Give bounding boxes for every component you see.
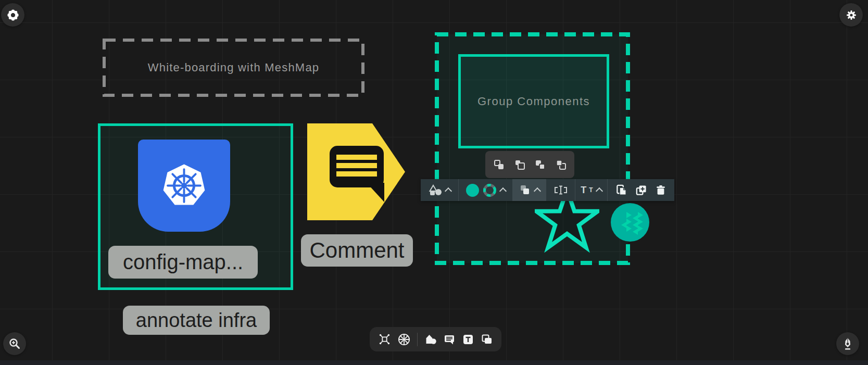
chevron-up-icon	[596, 187, 603, 195]
kubernetes-node[interactable]: config-map...	[98, 123, 293, 290]
bring-forward-button[interactable]	[492, 158, 506, 171]
selection-toolbar: T T	[421, 179, 674, 201]
pen-nib-icon	[841, 337, 854, 350]
comment-label[interactable]: Comment	[301, 234, 413, 267]
copy-icon	[615, 184, 627, 196]
text-style-button[interactable]: T T	[575, 179, 607, 201]
settings-button[interactable]	[839, 3, 863, 27]
kubernetes-shape	[138, 140, 230, 232]
text-style-icon: T	[581, 185, 586, 195]
duplicate-plus-icon	[635, 184, 647, 196]
text-icon	[462, 333, 474, 346]
node-label[interactable]: config-map...	[108, 246, 258, 279]
send-backward-button[interactable]	[533, 158, 547, 171]
shapes-filled-icon	[424, 333, 437, 346]
pen-mode-button[interactable]	[836, 332, 859, 355]
bring-to-front-button[interactable]	[513, 158, 526, 171]
whiteboard-note-shape[interactable]: White-boarding with MeshMap	[103, 39, 364, 97]
meshery-menu-button[interactable]	[1, 3, 24, 27]
comment-tool-button[interactable]	[443, 333, 456, 346]
send-to-back-button[interactable]	[554, 158, 568, 171]
whiteboard-note-text: White-boarding with MeshMap	[103, 39, 364, 97]
zoom-in-icon	[8, 337, 21, 350]
chevron-up-icon	[534, 187, 541, 195]
group-components-box[interactable]: Group Components	[458, 54, 609, 148]
shapes-icon	[429, 184, 442, 196]
mesh-components-button[interactable]	[378, 333, 391, 346]
action-buttons	[607, 179, 674, 201]
bring-forward-icon	[493, 159, 505, 170]
note-card-icon	[481, 333, 493, 346]
whiteboard-canvas[interactable]: White-boarding with MeshMap Group Compon…	[0, 0, 868, 365]
comment-shape[interactable]	[305, 121, 407, 222]
zoom-in-button[interactable]	[3, 332, 26, 355]
annotation-label[interactable]: annotate infra	[123, 306, 270, 335]
text-tool-button[interactable]	[462, 333, 474, 346]
meshery-logo-icon	[6, 8, 20, 22]
shapes-tool-button[interactable]	[424, 333, 437, 346]
chevron-up-icon	[499, 187, 506, 195]
annotation-label-text: annotate infra	[136, 309, 257, 332]
send-backward-icon	[534, 159, 546, 170]
send-to-back-icon	[555, 159, 567, 170]
resize-width-icon	[553, 185, 569, 195]
fill-color-button[interactable]	[466, 184, 479, 197]
bottom-strip	[0, 360, 868, 365]
stroke-style-button[interactable]	[483, 183, 497, 197]
kubernetes-wheel-icon	[397, 333, 411, 346]
kubernetes-logo-icon	[152, 153, 217, 218]
delete-button[interactable]	[655, 184, 666, 196]
fill-and-stroke-controls	[458, 179, 512, 201]
resize-width-button[interactable]	[546, 179, 575, 201]
kubernetes-tool-button[interactable]	[397, 333, 411, 346]
duplicate-button[interactable]	[635, 184, 647, 196]
layer-order-popup	[485, 151, 574, 178]
node-label-text: config-map...	[123, 250, 243, 274]
note-tool-button[interactable]	[481, 333, 493, 346]
mesh-pattern-circle[interactable]	[611, 203, 649, 242]
bring-to-front-icon	[514, 159, 525, 170]
chevron-up-icon	[444, 187, 451, 195]
shape-style-button[interactable]	[421, 179, 458, 201]
comment-bubble-icon	[443, 333, 456, 346]
tools-dock	[370, 327, 501, 351]
text-style-icon-small: T	[589, 187, 593, 193]
comment-label-text: Comment	[309, 238, 404, 263]
dock-divider	[417, 333, 418, 346]
mesh-components-icon	[378, 333, 391, 346]
layers-icon	[519, 184, 531, 196]
group-components-text: Group Components	[477, 95, 590, 108]
copy-button[interactable]	[615, 184, 627, 196]
trash-icon	[655, 184, 666, 196]
layers-button[interactable]	[512, 179, 546, 201]
gear-icon	[845, 9, 858, 21]
